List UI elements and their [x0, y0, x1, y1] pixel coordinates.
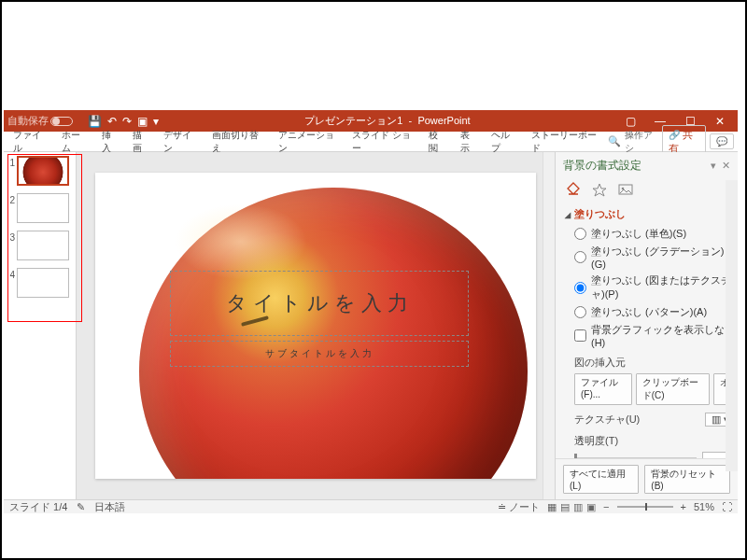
slide-thumb-3[interactable]: [17, 231, 69, 260]
hide-bg-check[interactable]: 背景グラフィックを表示しない(H): [565, 321, 736, 350]
fill-picture-radio[interactable]: 塗りつぶし (図またはテクスチャ)(P): [565, 272, 736, 303]
pane-options-icon[interactable]: ▾: [711, 160, 716, 172]
transparency-label: 透明度(T): [565, 428, 736, 450]
normal-view-icon[interactable]: ▦: [547, 501, 557, 513]
subtitle-placeholder[interactable]: サブタイトルを入力: [170, 341, 469, 367]
pane-scrollbar[interactable]: [726, 180, 738, 471]
slide-thumb-2[interactable]: [17, 193, 69, 223]
reading-view-icon[interactable]: ▥: [573, 501, 583, 513]
fill-tab-icon[interactable]: [565, 181, 582, 198]
slide-thumb-1[interactable]: [17, 156, 69, 186]
insert-clipboard-button[interactable]: クリップボード(C): [636, 373, 710, 405]
zoom-slider[interactable]: [617, 506, 673, 508]
slide[interactable]: タイトルを入力 サブタイトルを入力: [95, 173, 536, 479]
zoom-value[interactable]: 51%: [694, 501, 714, 512]
picture-tab-icon[interactable]: [617, 181, 634, 198]
notes-button[interactable]: ≐ ノート: [498, 500, 540, 514]
apply-all-button[interactable]: すべてに適用(L): [563, 465, 639, 494]
status-slide-number[interactable]: スライド 1/4: [9, 500, 67, 514]
status-bar: スライド 1/4 ✎ 日本語 ≐ ノート ▦ ▤ ▥ ▣ − + 51% ⛶: [4, 499, 738, 513]
comments-button[interactable]: 💬: [710, 133, 734, 149]
slideshow-view-icon[interactable]: ▣: [586, 501, 596, 513]
pane-close-icon[interactable]: ✕: [722, 160, 730, 172]
insert-from-label: 図の挿入元: [565, 350, 736, 371]
insert-file-button[interactable]: ファイル(F)...: [574, 373, 632, 405]
texture-label: テクスチャ(U) ▥ ▾: [565, 407, 736, 428]
vertical-scrollbar[interactable]: [543, 152, 555, 499]
spellcheck-icon[interactable]: ✎: [77, 501, 85, 513]
reset-bg-button[interactable]: 背景のリセット(B): [644, 465, 730, 494]
sorter-view-icon[interactable]: ▤: [560, 501, 570, 513]
fill-pattern-radio[interactable]: 塗りつぶし (パターン)(A): [565, 303, 736, 321]
thumb-number: 4: [6, 270, 15, 280]
effects-tab-icon[interactable]: [591, 181, 608, 198]
search-icon[interactable]: 🔍: [608, 135, 621, 147]
thumb-number: 1: [6, 158, 15, 168]
transparency-slider[interactable]: [574, 457, 697, 458]
fill-section-header[interactable]: 塗りつぶし: [565, 203, 736, 225]
zoom-out-icon[interactable]: −: [603, 501, 609, 512]
tell-me-input[interactable]: 操作アシ: [625, 129, 658, 155]
fill-gradient-radio[interactable]: 塗りつぶし (グラデーション)(G): [565, 243, 736, 272]
thumb-number: 3: [6, 232, 15, 243]
slide-canvas-area: タイトルを入力 サブタイトルを入力: [77, 152, 555, 499]
fill-solid-radio[interactable]: 塗りつぶし (単色)(S): [565, 225, 736, 243]
pane-title: 背景の書式設定: [563, 158, 705, 174]
fit-to-window-icon[interactable]: ⛶: [722, 501, 732, 512]
status-language[interactable]: 日本語: [94, 500, 125, 514]
zoom-in-icon[interactable]: +: [681, 501, 686, 512]
slide-thumbnails: 1 2 3 4: [4, 152, 77, 499]
autosave-toggle[interactable]: [50, 117, 73, 126]
format-background-pane: 背景の書式設定 ▾ ✕ 塗りつぶし 塗りつぶし (単色)(S) 塗りつぶし (グ…: [555, 152, 738, 499]
thumb-number: 2: [6, 195, 15, 205]
slide-thumb-4[interactable]: [17, 268, 69, 298]
ribbon: ファイル ホーム 挿入 描画 デザイン 画面切り替え アニメーション スライド …: [4, 132, 738, 152]
title-placeholder[interactable]: タイトルを入力: [170, 271, 469, 336]
